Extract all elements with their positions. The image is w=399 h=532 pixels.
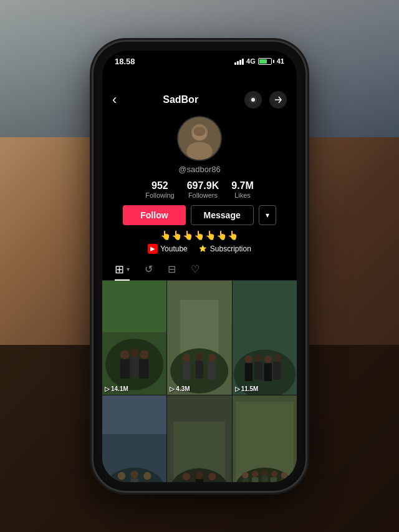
stat-followers: 697.9K Followers xyxy=(187,180,219,199)
svg-point-39 xyxy=(130,471,138,478)
battery-icon xyxy=(258,58,274,65)
stat-following: 952 Following xyxy=(145,180,174,199)
repost-icon: ↺ xyxy=(145,263,153,275)
profile-dot-icon[interactable] xyxy=(244,91,262,109)
video-thumb-5[interactable]: ▷ 7.3M xyxy=(167,395,231,481)
network-label: 4G xyxy=(246,57,256,65)
svg-point-12 xyxy=(140,350,148,359)
subscription-icon: ⭐ xyxy=(198,244,208,254)
phone-screen: 18.58 4G 41 xyxy=(102,51,297,482)
grid-dropdown-icon: ▾ xyxy=(127,266,130,273)
battery-tip xyxy=(273,60,274,63)
svg-point-10 xyxy=(120,350,129,359)
stats-row: 952 Following 697.9K Followers 9.7M Like… xyxy=(102,180,297,199)
video-thumb-4[interactable]: ▷ 6.8M xyxy=(102,395,166,481)
video-grid: ▷ 14.1M xyxy=(102,281,297,482)
action-buttons: Follow Message ▾ xyxy=(102,205,297,225)
svg-rect-13 xyxy=(120,359,130,378)
svg-point-27 xyxy=(244,355,252,362)
share-button[interactable] xyxy=(269,91,287,109)
phone-shell: 18.58 4G 41 xyxy=(94,42,305,491)
profile-content: ‹ SadBor xyxy=(102,86,297,482)
message-button[interactable]: Message xyxy=(191,205,254,225)
followers-count: 697.9K xyxy=(187,180,219,191)
svg-rect-15 xyxy=(139,359,148,378)
svg-point-38 xyxy=(118,472,125,480)
view-count-3: 11.5M xyxy=(241,385,259,392)
tab-bar: ⊞ ▾ ↺ ⊟ ♡ xyxy=(102,259,297,281)
nav-actions xyxy=(244,91,287,109)
svg-rect-65 xyxy=(280,478,286,481)
svg-point-60 xyxy=(281,472,287,478)
subscription-label: Subscription xyxy=(210,244,251,253)
video-thumb-1[interactable]: ▷ 14.1M xyxy=(102,281,166,395)
following-label: Following xyxy=(145,191,174,199)
svg-point-48 xyxy=(196,472,203,479)
svg-rect-63 xyxy=(261,476,267,481)
svg-point-49 xyxy=(208,473,216,480)
svg-rect-33 xyxy=(264,363,271,381)
svg-rect-14 xyxy=(130,357,139,376)
avatar-section xyxy=(102,111,297,165)
svg-rect-43 xyxy=(143,480,150,481)
tab-bookmark[interactable]: ⊟ xyxy=(168,263,176,275)
youtube-icon: ▶ xyxy=(148,244,158,254)
svg-point-1 xyxy=(251,98,255,102)
svg-point-40 xyxy=(143,472,151,480)
svg-rect-64 xyxy=(271,477,277,481)
status-bar: 18.58 4G 41 xyxy=(102,51,297,69)
top-nav: ‹ SadBor xyxy=(102,86,297,111)
status-icons: 4G 41 xyxy=(234,57,284,65)
subscription-link[interactable]: ⭐ Subscription xyxy=(198,244,251,254)
svg-rect-31 xyxy=(244,363,252,381)
svg-rect-23 xyxy=(196,360,203,379)
avatar xyxy=(177,116,222,161)
play-triangle-3: ▷ xyxy=(235,385,240,392)
tab-repost[interactable]: ↺ xyxy=(145,263,153,275)
youtube-link[interactable]: ▶ Youtube xyxy=(148,244,188,254)
svg-rect-41 xyxy=(118,480,125,481)
video-thumb-6[interactable]: ▷ 32.1M gaji karyawan sadbor naik lagi xyxy=(233,395,297,481)
play-triangle-2: ▷ xyxy=(170,385,175,392)
svg-point-6 xyxy=(194,127,206,136)
svg-point-19 xyxy=(183,354,190,361)
svg-rect-42 xyxy=(130,478,138,481)
signal-bar-1 xyxy=(234,62,236,65)
svg-rect-34 xyxy=(273,362,281,380)
svg-point-59 xyxy=(271,471,277,477)
svg-point-11 xyxy=(130,348,138,357)
notch xyxy=(162,69,237,86)
view-count-1: 14.1M xyxy=(111,385,128,392)
username: @sadbor86 xyxy=(102,165,297,174)
view-count-2: 4.3M xyxy=(176,385,190,392)
battery-level: 41 xyxy=(277,57,284,65)
video-thumb-2[interactable]: ▷ 4.3M xyxy=(167,281,231,395)
play-triangle-1: ▷ xyxy=(105,385,110,392)
battery-fill xyxy=(259,59,267,64)
svg-point-30 xyxy=(274,354,281,361)
tab-like[interactable]: ♡ xyxy=(191,263,200,275)
links-row: ▶ Youtube ⭐ Subscription xyxy=(102,244,297,254)
bookmark-icon: ⊟ xyxy=(168,263,176,275)
svg-rect-32 xyxy=(254,362,262,380)
svg-point-21 xyxy=(208,354,216,361)
signal-bar-4 xyxy=(242,59,244,65)
play-icon-3: ▷ 11.5M xyxy=(235,385,259,392)
signal-bar-3 xyxy=(239,60,241,65)
svg-rect-52 xyxy=(208,480,215,481)
tab-grid[interactable]: ⊞ ▾ xyxy=(115,263,130,276)
emoji-row: 👆👆👆👆👆👆👆 xyxy=(102,230,297,240)
likes-label: Likes xyxy=(231,191,254,199)
stat-likes: 9.7M Likes xyxy=(231,180,254,199)
video-thumb-3[interactable]: ▷ 11.5M xyxy=(233,281,297,395)
svg-point-28 xyxy=(254,354,262,361)
back-button[interactable]: ‹ xyxy=(112,92,117,108)
play-icon-2: ▷ 4.3M xyxy=(170,385,190,392)
follow-button[interactable]: Follow xyxy=(123,205,185,225)
following-count: 952 xyxy=(145,180,174,191)
more-button[interactable]: ▾ xyxy=(259,205,276,225)
battery-body xyxy=(258,58,272,65)
svg-rect-50 xyxy=(183,480,190,481)
svg-rect-62 xyxy=(252,477,258,481)
youtube-label: Youtube xyxy=(160,244,188,253)
